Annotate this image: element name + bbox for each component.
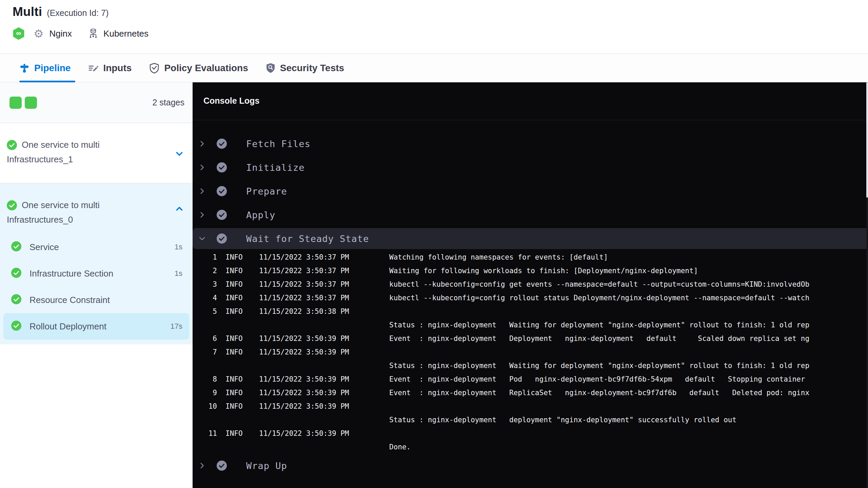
- shield-check-icon: [149, 63, 159, 74]
- pipeline-icon: [19, 63, 29, 73]
- log-level: INFO: [217, 264, 259, 278]
- log-level: INFO: [217, 345, 259, 359]
- gear-icon: ⚙: [34, 28, 44, 39]
- log-level: INFO: [217, 305, 259, 318]
- tab-security-tests-label: Security Tests: [280, 63, 344, 74]
- tab-pipeline[interactable]: Pipeline: [19, 63, 71, 74]
- tab-policy-evaluations[interactable]: Policy Evaluations: [149, 63, 248, 74]
- console-steps: Fetch Files Initialize Prepare Apply: [193, 120, 868, 477]
- stage-item-infrastructures-0[interactable]: One service to multi Infrastructures_0: [0, 199, 193, 226]
- log-level: [217, 440, 259, 454]
- infrastructure-chip[interactable]: Kubernetes: [87, 28, 149, 39]
- chevron-down-icon[interactable]: [198, 235, 206, 242]
- log-level: INFO: [217, 278, 259, 291]
- service-chip[interactable]: ⚙ Nginx: [34, 28, 72, 39]
- chevron-right-icon[interactable]: [198, 187, 206, 195]
- log-row: 9INFO11/15/2022 3:50:39 PMEvent : nginx-…: [193, 386, 868, 400]
- stage-item-infrastructures-1[interactable]: One service to multi Infrastructures_1: [0, 123, 193, 183]
- log-line-number: 11: [193, 427, 217, 440]
- log-message: Waiting for following workloads to finis…: [389, 264, 868, 278]
- log-message: Status : nginx-deployment Waiting for de…: [389, 318, 868, 332]
- stage-count: 2 stages: [152, 98, 184, 107]
- log-timestamp: 11/15/2022 3:50:38 PM: [259, 305, 389, 318]
- step-label: Rollout Deployment: [29, 321, 106, 332]
- log-message: [389, 345, 868, 359]
- log-message: kubectl --kubeconfig=config rollout stat…: [389, 291, 868, 305]
- log-level: INFO: [217, 427, 259, 440]
- tab-inputs[interactable]: Inputs: [88, 63, 132, 74]
- chevron-down-icon[interactable]: [175, 149, 184, 160]
- success-check-icon: [7, 200, 17, 214]
- log-row: 7INFO11/15/2022 3:50:39 PM: [193, 345, 868, 359]
- stage-name: One service to multi Infrastructures_0: [7, 199, 149, 226]
- log-timestamp: 11/15/2022 3:50:37 PM: [259, 278, 389, 291]
- success-check-icon: [11, 241, 21, 253]
- log-row: Status : nginx-deployment Waiting for de…: [193, 318, 868, 332]
- log-row: 8INFO11/15/2022 3:50:39 PMEvent : nginx-…: [193, 372, 868, 386]
- console-step-label: Wrap Up: [246, 461, 287, 471]
- console-step-prepare[interactable]: Prepare: [193, 179, 868, 203]
- log-message: Event : nginx-deployment Pod nginx-deplo…: [389, 372, 868, 386]
- console-step-label: Fetch Files: [246, 139, 311, 149]
- tab-inputs-label: Inputs: [103, 63, 132, 74]
- log-line-number: 2: [193, 264, 217, 278]
- tab-security-tests[interactable]: Security Tests: [266, 63, 344, 74]
- step-item-infrastructure-section[interactable]: Infrastructure Section 1s: [0, 260, 193, 287]
- log-row: Status : nginx-deployment deployment "ng…: [193, 413, 868, 427]
- inputs-icon: [88, 63, 98, 73]
- step-success-check-icon: [216, 162, 227, 173]
- log-level: INFO: [217, 291, 259, 305]
- log-timestamp: 11/15/2022 3:50:39 PM: [259, 345, 389, 359]
- step-item-service[interactable]: Service 1s: [0, 234, 193, 260]
- content-area: 2 stages One service to multi Infrastruc…: [0, 82, 868, 488]
- shield-magnifier-icon: [266, 63, 275, 74]
- execution-header: Multi (Execution Id: 7) ∞ ⚙ Nginx: [0, 0, 868, 54]
- log-line-number: 4: [193, 291, 217, 305]
- pipeline-execution-page: Multi (Execution Id: 7) ∞ ⚙ Nginx: [0, 0, 868, 488]
- chevron-up-icon[interactable]: [175, 204, 184, 215]
- step-item-resource-constraint[interactable]: Resource Constraint: [0, 287, 193, 313]
- log-row: 11INFO11/15/2022 3:50:39 PM: [193, 427, 868, 440]
- log-message: Event : nginx-deployment Deployment ngin…: [389, 332, 868, 345]
- console-step-label: Prepare: [246, 186, 287, 197]
- tab-policy-evaluations-label: Policy Evaluations: [164, 63, 248, 74]
- log-timestamp: 11/15/2022 3:50:37 PM: [259, 291, 389, 305]
- page-title: Multi: [13, 5, 42, 19]
- stage-status-square-2[interactable]: [25, 97, 37, 109]
- chevron-right-icon[interactable]: [198, 140, 206, 147]
- log-message: Status : nginx-deployment deployment "ng…: [389, 413, 868, 427]
- success-check-icon: [11, 294, 21, 306]
- log-row: 6INFO11/15/2022 3:50:39 PMEvent : nginx-…: [193, 332, 868, 345]
- console-step-apply[interactable]: Apply: [193, 203, 868, 227]
- console-step-fetch-files[interactable]: Fetch Files: [193, 132, 868, 156]
- log-row: Done.: [193, 440, 868, 454]
- success-check-icon: [7, 140, 17, 153]
- success-check-icon: [11, 268, 21, 279]
- expanded-stage-section: One service to multi Infrastructures_0 S…: [0, 183, 193, 344]
- console-step-wrap-up[interactable]: Wrap Up: [193, 454, 868, 477]
- log-timestamp: 11/15/2022 3:50:39 PM: [259, 427, 389, 440]
- console-step-initialize[interactable]: Initialize: [193, 156, 868, 179]
- log-row: 2INFO11/15/2022 3:50:37 PMWaiting for fo…: [193, 264, 868, 278]
- stages-summary-bar: 2 stages: [0, 82, 193, 123]
- infrastructure-chip-label: Kubernetes: [103, 28, 149, 39]
- console-step-wait-for-steady-state[interactable]: Wait for Steady State: [193, 228, 868, 249]
- step-item-rollout-deployment[interactable]: Rollout Deployment 17s: [3, 313, 189, 340]
- chevron-right-icon[interactable]: [198, 462, 206, 469]
- chevron-right-icon[interactable]: [198, 211, 206, 219]
- step-list: Service 1s Infrastructure Section 1s Res…: [0, 234, 193, 340]
- log-line-number: 10: [193, 400, 217, 413]
- log-message: [389, 427, 868, 440]
- log-row: 1INFO11/15/2022 3:50:37 PMWatching follo…: [193, 250, 868, 264]
- log-timestamp: 11/15/2022 3:50:39 PM: [259, 332, 389, 345]
- stage-status-square-1[interactable]: [9, 97, 22, 109]
- console-scrollbar-thumb[interactable]: [866, 82, 868, 198]
- step-success-check-icon: [216, 138, 227, 149]
- cd-module-infinity-icon: ∞: [13, 27, 25, 40]
- stages-sidebar: 2 stages One service to multi Infrastruc…: [0, 82, 193, 488]
- log-level: [217, 413, 259, 427]
- step-success-check-icon: [216, 186, 227, 197]
- chevron-right-icon[interactable]: [198, 164, 206, 171]
- log-timestamp: 11/15/2022 3:50:37 PM: [259, 250, 389, 264]
- log-line-number: 1: [193, 250, 217, 264]
